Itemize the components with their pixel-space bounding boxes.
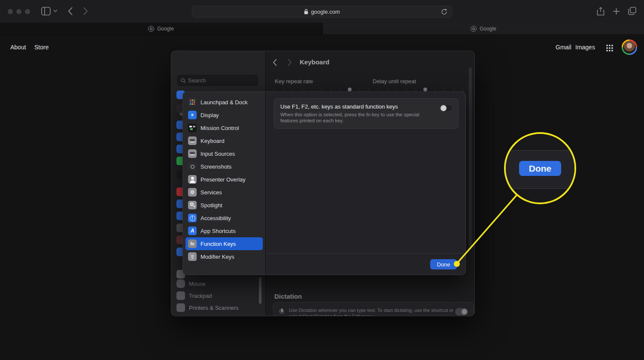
sidebar-scrollbar[interactable] xyxy=(259,277,261,304)
sidebar-item-printers-scanners[interactable]: Printers & Scanners xyxy=(176,303,239,312)
mission-control-icon xyxy=(188,124,197,132)
tab-bar: G Google G Google xyxy=(0,23,644,35)
list-item-display[interactable]: ☀ Display xyxy=(185,109,263,121)
screen: google.com G Google G Google About Store… xyxy=(0,0,644,360)
microphone-icon xyxy=(279,309,284,315)
list-item-presenter-overlay[interactable]: Presenter Overlay xyxy=(185,173,263,186)
list-item-spotlight[interactable]: Spotlight xyxy=(185,199,263,212)
sheet-footer-divider xyxy=(266,253,466,254)
sidebar-item-mouse[interactable]: Mouse xyxy=(176,279,206,288)
list-item-keyboard[interactable]: Keyboard xyxy=(185,134,263,147)
content-scrollbar[interactable] xyxy=(469,67,472,248)
magnified-done-button: Done xyxy=(519,161,561,176)
forward-button[interactable] xyxy=(83,7,88,15)
avatar-photo xyxy=(623,41,636,54)
google-apps-grid-icon[interactable] xyxy=(606,44,614,52)
zoom-window-button[interactable] xyxy=(25,9,30,14)
list-item-launchpad-dock[interactable]: Launchpad & Dock xyxy=(185,96,263,109)
search-input[interactable] xyxy=(188,77,252,84)
accessibility-icon xyxy=(188,214,197,222)
done-button[interactable]: Done xyxy=(430,259,457,269)
dictation-description: Use Dictation wherever you can type text… xyxy=(289,307,457,316)
list-item-modifier-keys[interactable]: ⇧ Modifier Keys xyxy=(185,250,263,263)
back-button[interactable] xyxy=(68,7,73,15)
close-window-button[interactable] xyxy=(8,9,13,14)
list-item-screenshots[interactable]: Screenshots xyxy=(185,160,263,173)
keyboard-shortcuts-sheet: Launchpad & Dock ☀ Display Mission Contr… xyxy=(182,91,466,275)
tab-google-background[interactable]: G Google xyxy=(323,23,644,34)
function-keys-icon: fn xyxy=(188,239,197,248)
account-avatar[interactable] xyxy=(622,39,637,55)
input-sources-icon xyxy=(188,149,197,158)
list-item-accessibility[interactable]: Accessibility xyxy=(185,212,263,224)
function-keys-panel: Use F1, F2, etc. keys as standard functi… xyxy=(266,92,466,275)
tab-label: Google xyxy=(480,26,496,32)
settings-back-button[interactable] xyxy=(273,59,277,66)
google-nav-gmail[interactable]: Gmail xyxy=(556,44,571,51)
list-item-mission-control[interactable]: Mission Control xyxy=(185,121,263,134)
delay-until-repeat-label: Delay until repeat xyxy=(373,78,416,85)
page-title: Keyboard xyxy=(300,58,329,66)
chevron-down-icon[interactable] xyxy=(53,9,58,12)
google-nav-images[interactable]: Images xyxy=(575,44,595,51)
list-item-services[interactable]: ⚙ Services xyxy=(185,186,263,199)
display-icon: ☀ xyxy=(188,111,197,119)
list-item-function-keys-selected[interactable]: fn Function Keys xyxy=(185,237,263,250)
sidebar-toggle-icon[interactable] xyxy=(41,7,51,15)
mouse-icon xyxy=(176,279,185,288)
google-favicon: G xyxy=(471,26,477,32)
keyboard-icon xyxy=(188,136,197,145)
share-icon[interactable] xyxy=(597,7,605,16)
list-item-input-sources[interactable]: Input Sources xyxy=(185,147,263,160)
app-shortcuts-icon: A xyxy=(188,227,197,235)
browser-toolbar: google.com xyxy=(0,0,644,23)
key-repeat-slider-knob[interactable] xyxy=(348,88,352,91)
reload-icon[interactable] xyxy=(441,8,447,15)
new-tab-icon[interactable] xyxy=(613,8,620,15)
printer-icon xyxy=(176,303,185,312)
settings-search-field[interactable] xyxy=(177,75,258,86)
list-item-app-shortcuts[interactable]: A App Shortcuts xyxy=(185,224,263,237)
callout-magnifier: Done xyxy=(504,132,576,204)
presenter-overlay-icon xyxy=(188,175,197,184)
google-nav-about[interactable]: About xyxy=(10,44,26,51)
shortcut-category-list: Launchpad & Dock ☀ Display Mission Contr… xyxy=(183,92,266,275)
sidebar-item-trackpad[interactable]: Trackpad xyxy=(176,291,212,300)
delay-slider-knob[interactable] xyxy=(423,88,427,91)
dictation-toggle[interactable] xyxy=(455,308,468,315)
services-icon: ⚙ xyxy=(188,188,197,197)
minimize-window-button[interactable] xyxy=(16,9,21,14)
url-text: google.com xyxy=(311,9,340,15)
option-description: When this option is selected, press the … xyxy=(280,112,435,124)
google-nav-store[interactable]: Store xyxy=(34,44,49,51)
option-title: Use F1, F2, etc. keys as standard functi… xyxy=(280,103,452,110)
dictation-heading: Dictation xyxy=(274,293,302,300)
tab-overview-icon[interactable] xyxy=(628,7,636,15)
spotlight-icon xyxy=(188,201,197,209)
address-bar[interactable]: google.com xyxy=(192,6,452,18)
dictation-group: Use Dictation wherever you can type text… xyxy=(273,302,474,316)
settings-forward-button[interactable] xyxy=(288,59,292,66)
function-keys-toggle[interactable] xyxy=(440,104,453,112)
google-favicon: G xyxy=(148,26,154,32)
screenshots-icon xyxy=(188,162,197,171)
lock-icon xyxy=(304,9,308,15)
tab-label: Google xyxy=(157,26,174,32)
function-keys-option-group: Use F1, F2, etc. keys as standard functi… xyxy=(274,98,459,129)
trackpad-icon xyxy=(176,291,185,300)
tab-google-active[interactable]: G Google xyxy=(0,23,322,34)
search-icon xyxy=(181,78,186,83)
launchpad-icon xyxy=(188,98,197,106)
slider-ticks xyxy=(274,89,468,91)
modifier-keys-icon: ⇧ xyxy=(188,252,197,261)
key-repeat-rate-label: Key repeat rate xyxy=(275,78,313,85)
